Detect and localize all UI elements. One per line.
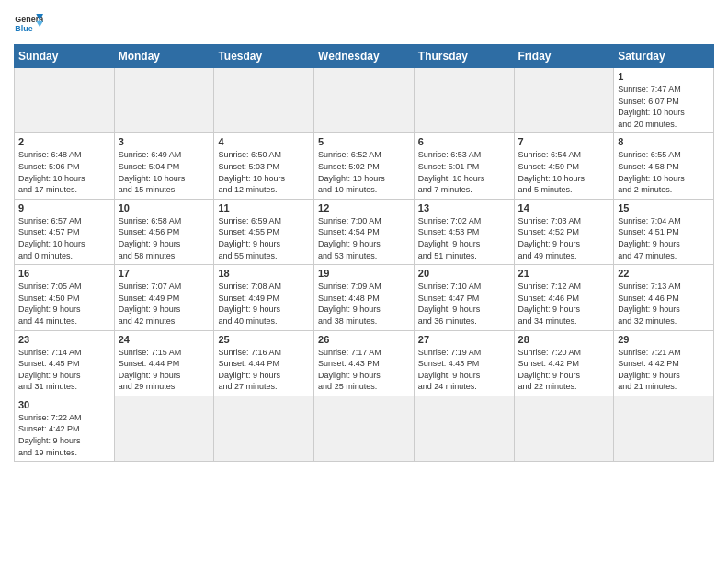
day-number: 30 xyxy=(18,399,110,410)
day-number: 25 xyxy=(218,334,310,345)
week-row-1: 1Sunrise: 7:47 AM Sunset: 6:07 PM Daylig… xyxy=(15,68,714,133)
day-number: 18 xyxy=(218,268,310,279)
day-number: 27 xyxy=(418,334,510,345)
weekday-friday: Friday xyxy=(514,45,614,68)
day-cell: 3Sunrise: 6:49 AM Sunset: 5:04 PM Daylig… xyxy=(114,133,214,199)
calendar: SundayMondayTuesdayWednesdayThursdayFrid… xyxy=(14,44,714,462)
weekday-sunday: Sunday xyxy=(15,45,115,68)
day-info: Sunrise: 7:00 AM Sunset: 4:54 PM Dayligh… xyxy=(318,215,410,261)
day-number: 12 xyxy=(318,202,410,213)
day-number: 5 xyxy=(318,136,410,147)
page: General Blue SundayMondayTuesdayWednesda… xyxy=(0,0,728,563)
day-cell xyxy=(114,68,214,133)
header: General Blue xyxy=(14,9,714,39)
day-cell: 2Sunrise: 6:48 AM Sunset: 5:06 PM Daylig… xyxy=(15,133,115,199)
day-number: 29 xyxy=(618,334,710,345)
day-cell xyxy=(314,68,415,133)
day-info: Sunrise: 6:55 AM Sunset: 4:58 PM Dayligh… xyxy=(618,149,710,195)
day-info: Sunrise: 6:59 AM Sunset: 4:55 PM Dayligh… xyxy=(218,215,310,261)
day-number: 4 xyxy=(218,136,310,147)
day-info: Sunrise: 7:12 AM Sunset: 4:46 PM Dayligh… xyxy=(518,281,610,327)
day-number: 2 xyxy=(18,136,110,147)
day-info: Sunrise: 6:50 AM Sunset: 5:03 PM Dayligh… xyxy=(218,149,310,195)
day-cell: 7Sunrise: 6:54 AM Sunset: 4:59 PM Daylig… xyxy=(514,133,614,199)
general-blue-icon: General Blue xyxy=(14,9,43,39)
day-number: 17 xyxy=(119,268,210,279)
week-row-6: 30Sunrise: 7:22 AM Sunset: 4:42 PM Dayli… xyxy=(15,396,714,461)
day-cell xyxy=(514,396,614,461)
day-cell: 28Sunrise: 7:20 AM Sunset: 4:42 PM Dayli… xyxy=(514,330,614,396)
day-number: 23 xyxy=(18,334,110,345)
day-info: Sunrise: 7:19 AM Sunset: 4:43 PM Dayligh… xyxy=(418,347,510,393)
day-number: 24 xyxy=(119,334,210,345)
week-row-4: 16Sunrise: 7:05 AM Sunset: 4:50 PM Dayli… xyxy=(15,265,714,330)
day-info: Sunrise: 7:13 AM Sunset: 4:46 PM Dayligh… xyxy=(618,281,710,327)
day-cell: 24Sunrise: 7:15 AM Sunset: 4:44 PM Dayli… xyxy=(114,330,214,396)
day-info: Sunrise: 7:21 AM Sunset: 4:42 PM Dayligh… xyxy=(618,347,710,393)
day-cell: 27Sunrise: 7:19 AM Sunset: 4:43 PM Dayli… xyxy=(414,330,514,396)
day-cell: 26Sunrise: 7:17 AM Sunset: 4:43 PM Dayli… xyxy=(314,330,415,396)
day-cell: 16Sunrise: 7:05 AM Sunset: 4:50 PM Dayli… xyxy=(15,265,115,330)
day-cell: 30Sunrise: 7:22 AM Sunset: 4:42 PM Dayli… xyxy=(15,396,115,461)
day-info: Sunrise: 6:53 AM Sunset: 5:01 PM Dayligh… xyxy=(418,149,510,195)
day-cell: 22Sunrise: 7:13 AM Sunset: 4:46 PM Dayli… xyxy=(614,265,714,330)
day-cell: 5Sunrise: 6:52 AM Sunset: 5:02 PM Daylig… xyxy=(314,133,415,199)
weekday-wednesday: Wednesday xyxy=(314,45,415,68)
day-cell xyxy=(214,396,314,461)
day-info: Sunrise: 7:22 AM Sunset: 4:42 PM Dayligh… xyxy=(18,412,110,458)
day-number: 16 xyxy=(18,268,110,279)
day-number: 26 xyxy=(318,334,410,345)
day-info: Sunrise: 7:17 AM Sunset: 4:43 PM Dayligh… xyxy=(318,347,410,393)
day-cell xyxy=(414,396,514,461)
day-cell: 17Sunrise: 7:07 AM Sunset: 4:49 PM Dayli… xyxy=(114,265,214,330)
day-number: 14 xyxy=(518,202,610,213)
day-number: 8 xyxy=(618,136,710,147)
day-cell: 1Sunrise: 7:47 AM Sunset: 6:07 PM Daylig… xyxy=(614,68,714,133)
weekday-thursday: Thursday xyxy=(414,45,514,68)
logo: General Blue xyxy=(14,9,43,39)
day-number: 9 xyxy=(18,202,110,213)
day-number: 1 xyxy=(618,71,710,82)
day-cell: 21Sunrise: 7:12 AM Sunset: 4:46 PM Dayli… xyxy=(514,265,614,330)
week-row-2: 2Sunrise: 6:48 AM Sunset: 5:06 PM Daylig… xyxy=(15,133,714,199)
day-cell xyxy=(514,68,614,133)
day-cell: 11Sunrise: 6:59 AM Sunset: 4:55 PM Dayli… xyxy=(214,199,314,264)
day-cell: 4Sunrise: 6:50 AM Sunset: 5:03 PM Daylig… xyxy=(214,133,314,199)
day-number: 10 xyxy=(119,202,210,213)
day-cell: 20Sunrise: 7:10 AM Sunset: 4:47 PM Dayli… xyxy=(414,265,514,330)
day-number: 19 xyxy=(318,268,410,279)
week-row-5: 23Sunrise: 7:14 AM Sunset: 4:45 PM Dayli… xyxy=(15,330,714,396)
week-row-3: 9Sunrise: 6:57 AM Sunset: 4:57 PM Daylig… xyxy=(15,199,714,264)
weekday-header-row: SundayMondayTuesdayWednesdayThursdayFrid… xyxy=(15,45,714,68)
day-info: Sunrise: 7:03 AM Sunset: 4:52 PM Dayligh… xyxy=(518,215,610,261)
day-cell: 23Sunrise: 7:14 AM Sunset: 4:45 PM Dayli… xyxy=(15,330,115,396)
day-number: 7 xyxy=(518,136,610,147)
day-cell: 10Sunrise: 6:58 AM Sunset: 4:56 PM Dayli… xyxy=(114,199,214,264)
day-info: Sunrise: 7:08 AM Sunset: 4:49 PM Dayligh… xyxy=(218,281,310,327)
day-cell xyxy=(414,68,514,133)
day-info: Sunrise: 7:15 AM Sunset: 4:44 PM Dayligh… xyxy=(119,347,210,393)
day-number: 28 xyxy=(518,334,610,345)
day-number: 3 xyxy=(119,136,210,147)
day-info: Sunrise: 7:05 AM Sunset: 4:50 PM Dayligh… xyxy=(18,281,110,327)
day-info: Sunrise: 7:14 AM Sunset: 4:45 PM Dayligh… xyxy=(18,347,110,393)
day-cell xyxy=(214,68,314,133)
day-info: Sunrise: 7:07 AM Sunset: 4:49 PM Dayligh… xyxy=(119,281,210,327)
weekday-monday: Monday xyxy=(114,45,214,68)
day-info: Sunrise: 7:47 AM Sunset: 6:07 PM Dayligh… xyxy=(618,84,710,130)
day-info: Sunrise: 6:48 AM Sunset: 5:06 PM Dayligh… xyxy=(18,149,110,195)
day-cell: 6Sunrise: 6:53 AM Sunset: 5:01 PM Daylig… xyxy=(414,133,514,199)
day-cell: 13Sunrise: 7:02 AM Sunset: 4:53 PM Dayli… xyxy=(414,199,514,264)
day-number: 20 xyxy=(418,268,510,279)
day-number: 13 xyxy=(418,202,510,213)
svg-text:Blue: Blue xyxy=(15,24,32,33)
day-info: Sunrise: 6:52 AM Sunset: 5:02 PM Dayligh… xyxy=(318,149,410,195)
day-cell: 9Sunrise: 6:57 AM Sunset: 4:57 PM Daylig… xyxy=(15,199,115,264)
day-cell: 12Sunrise: 7:00 AM Sunset: 4:54 PM Dayli… xyxy=(314,199,415,264)
day-cell: 14Sunrise: 7:03 AM Sunset: 4:52 PM Dayli… xyxy=(514,199,614,264)
day-number: 22 xyxy=(618,268,710,279)
day-cell xyxy=(314,396,415,461)
day-cell xyxy=(114,396,214,461)
day-number: 21 xyxy=(518,268,610,279)
day-cell: 29Sunrise: 7:21 AM Sunset: 4:42 PM Dayli… xyxy=(614,330,714,396)
